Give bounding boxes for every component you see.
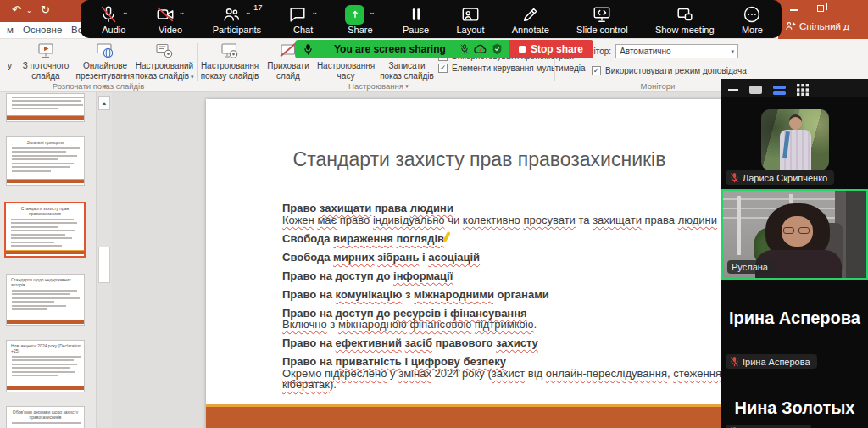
- undo-icon[interactable]: ↶: [12, 3, 21, 16]
- ribbon-button[interactable]: З поточного слайда: [14, 42, 78, 81]
- slide-thumbnail[interactable]: [6, 93, 85, 122]
- thumbnail-text-line: [12, 364, 77, 365]
- toolbar-item-slide-control[interactable]: Slide control: [576, 5, 628, 35]
- thumbnail-text-line: [12, 151, 66, 153]
- stop-icon: [519, 46, 526, 53]
- stop-share-button[interactable]: Stop share: [509, 40, 593, 58]
- toolbar-item-layout[interactable]: Layout: [456, 5, 484, 35]
- slide-bullet-heading: Право на доступ до інформації: [282, 270, 748, 282]
- thumbnail-text-line: [12, 163, 74, 164]
- thumbnail-title: Загальні принципи: [9, 140, 81, 145]
- slide-thumbnail[interactable]: Нові акценти 2024 року (Declaration +25): [6, 340, 85, 392]
- ribbon-button-label: Настроюваний показ слайдів ▾: [134, 61, 195, 81]
- redo-icon[interactable]: ↻: [41, 3, 50, 16]
- chevron-down-icon[interactable]: ⌄: [122, 8, 129, 16]
- thumbnail-text-line: [12, 305, 66, 307]
- slide-bullet-heading: Право на комунікацію з міжнародними орга…: [282, 289, 748, 301]
- thumbnail-text-line: [12, 359, 74, 361]
- ribbon-tab-home[interactable]: Основне: [23, 25, 62, 35]
- setup-icon: [220, 42, 240, 60]
- video-scene-part: [737, 196, 741, 255]
- slide-bullet-group: Право захищати права людиниКожен має пра…: [282, 203, 748, 225]
- toolbar-item-share[interactable]: ⌄Share: [345, 5, 376, 35]
- slide-thumbnail[interactable]: Загальні принципи: [6, 136, 85, 186]
- chevron-down-icon[interactable]: ⌄: [179, 8, 186, 16]
- slide-bullet-group: Право на доступ до інформації: [282, 270, 748, 282]
- participant-tile[interactable]: Нина ЗолотыхНина Золотых: [721, 373, 868, 428]
- thumbnail-text-line: [12, 104, 83, 106]
- slide-thumbnail[interactable]: Стандарти щодо недержавних акторів: [6, 274, 85, 326]
- thumbnail-title: Обов'язки держави щодо захисту правозахи…: [9, 409, 81, 420]
- sharing-message: You are screen sharing: [334, 43, 446, 55]
- slide-bullet-heading: Право на приватність і цифрову безпеку: [282, 356, 748, 368]
- toolbar-item-label: More: [742, 25, 763, 35]
- slide-bullet-group: Право на ефективний засіб правового захи…: [282, 337, 748, 349]
- toolbar-item-annotate[interactable]: Annotate: [512, 5, 549, 35]
- ribbon-group-start: уЗ поточного слайдаОнлайнове презентуван…: [0, 39, 197, 92]
- grid-view-icon[interactable]: [797, 84, 809, 96]
- toolbar-item-video[interactable]: ⌄Video: [156, 5, 186, 35]
- toolbar-item-show-meeting[interactable]: Show meeting: [655, 5, 715, 35]
- ribbon-button-label: Приховати слайд: [264, 61, 313, 81]
- chat-icon: [288, 5, 307, 24]
- restore-window-icon[interactable]: [817, 5, 824, 12]
- toolbar-item-pause[interactable]: Pause: [403, 5, 429, 35]
- monitor-select[interactable]: Автоматично ▾: [615, 44, 738, 58]
- scrollbar-thumb[interactable]: [98, 247, 110, 283]
- ribbon-button[interactable]: Настроювання показу слайдів: [198, 42, 262, 81]
- toolbar-item-label: Layout: [456, 25, 484, 35]
- participant-tile[interactable]: Руслана: [721, 189, 868, 280]
- chevron-down-icon[interactable]: ⌄: [26, 7, 32, 14]
- participant-tile[interactable]: Ірина АспероваІрина Асперова: [721, 280, 868, 373]
- participants-icon: [222, 5, 241, 24]
- slide-body: Право захищати права людиниКожен має пра…: [282, 203, 748, 397]
- toolbar-item-chat[interactable]: ⌄Chat: [288, 5, 318, 35]
- toolbar-item-participants[interactable]: 17⌄Participants: [213, 5, 261, 35]
- slide-title: Стандарти захисту прав правозахисників: [206, 148, 753, 171]
- avatar-art: [789, 117, 802, 130]
- toolbar-item-label: Participants: [213, 25, 261, 35]
- toolbar-item-more[interactable]: More: [742, 5, 763, 35]
- monitor-select-value: Автоматично: [620, 47, 670, 56]
- minimize-panel-icon[interactable]: [728, 89, 738, 91]
- toolbar-item-label: Audio: [102, 25, 125, 35]
- toolbar-item-label: Share: [348, 25, 372, 35]
- panel-view-controls: [721, 79, 868, 96]
- thumbnail-text-line: [11, 219, 74, 220]
- slide-thumbnail[interactable]: Стандарти захисту прав правозахисників: [4, 202, 86, 258]
- thumbnail-scrollbar[interactable]: ▲: [96, 92, 112, 428]
- thumbnail-text-line: [12, 108, 58, 109]
- chevron-down-icon[interactable]: ⌄: [311, 8, 318, 16]
- chevron-down-icon[interactable]: ⌄: [245, 8, 252, 16]
- thumbnail-text-line: [11, 222, 77, 224]
- layout-icon: [461, 5, 480, 24]
- slide-canvas[interactable]: Стандарти захисту прав правозахисників П…: [206, 99, 753, 428]
- scroll-up-icon[interactable]: ▲: [98, 96, 110, 110]
- ppt-share-label: Спільний д: [799, 21, 849, 31]
- thumbnail-text-line: [11, 242, 54, 243]
- thumbnail-accent-bar: [7, 179, 84, 183]
- toolbar-item-audio[interactable]: ⌄Audio: [99, 5, 129, 35]
- slide-thumbnail[interactable]: Обов'язки держави щодо захисту правозахи…: [6, 406, 85, 428]
- slide-control-icon: [593, 5, 611, 24]
- gallery-view-icon[interactable]: [773, 86, 786, 95]
- chevron-down-icon[interactable]: ⌄: [369, 8, 376, 16]
- video-scene-part: [783, 227, 794, 234]
- share-icon: [345, 5, 364, 25]
- ppt-share-button[interactable]: Спільний д: [785, 20, 849, 31]
- thumbnail-text-line: [12, 290, 77, 292]
- ribbon-checkbox[interactable]: ✓Використовувати режим доповідача: [592, 66, 747, 75]
- ribbon-button-partial[interactable]: у: [0, 42, 14, 71]
- participant-tile[interactable]: Лариса Скрипченко: [721, 97, 868, 189]
- from-current-icon: [36, 42, 56, 60]
- minimize-window-icon[interactable]: [790, 9, 798, 11]
- ribbon-button-label: Настроювання показу слайдів: [199, 61, 260, 81]
- thumbnail-text-line: [12, 301, 54, 303]
- toolbar-item-label: Video: [159, 25, 182, 35]
- slide-bullet-group: Право на доступ до ресурсів і фінансуван…: [282, 308, 748, 331]
- participant-name-large: Нина Золотых: [721, 398, 868, 418]
- ribbon-button[interactable]: Настроюваний показ слайдів ▾: [132, 42, 197, 81]
- ribbon-tab-partial[interactable]: м: [7, 25, 14, 35]
- thumbnail-text-line: [12, 97, 85, 98]
- speaker-view-icon[interactable]: [749, 86, 762, 94]
